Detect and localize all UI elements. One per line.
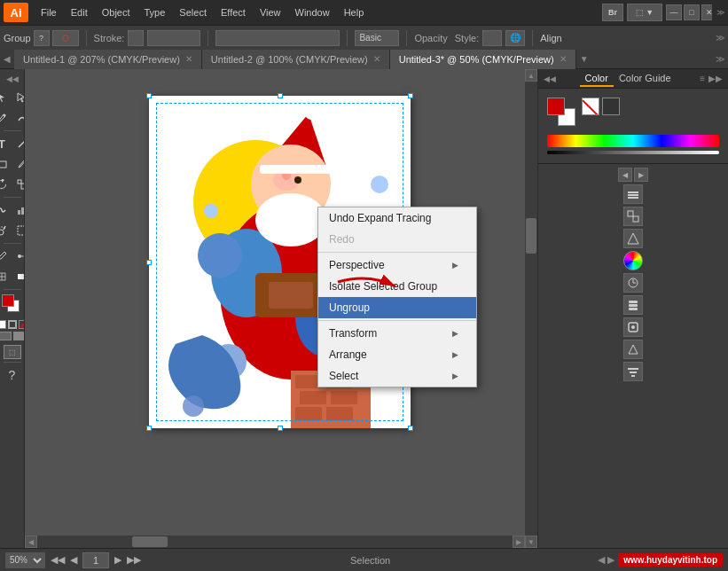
basic-select[interactable]: Basic: [355, 30, 399, 46]
h-scroll-thumb[interactable]: [132, 536, 168, 547]
color-selector[interactable]: [2, 294, 23, 316]
menu-effect[interactable]: Effect: [214, 4, 253, 20]
fg-bg-swatches[interactable]: [547, 98, 575, 126]
menu-file[interactable]: File: [34, 4, 64, 20]
ctx-transform[interactable]: Transform ▶: [318, 323, 476, 344]
curvature-tool[interactable]: [12, 108, 25, 128]
tab-close-1[interactable]: ✕: [185, 54, 192, 64]
black-swatch[interactable]: [602, 98, 620, 115]
type-tool[interactable]: T: [0, 134, 12, 153]
handle-bm[interactable]: [278, 426, 283, 431]
scroll-down-btn[interactable]: ▼: [525, 536, 537, 548]
artboards-btn[interactable]: [623, 207, 643, 226]
bridge-button[interactable]: Br: [602, 4, 623, 21]
mesh-tool[interactable]: [0, 267, 12, 286]
tab-untitled3[interactable]: Untitled-3* @ 50% (CMYK/Preview) ✕: [390, 50, 576, 69]
none-swatch[interactable]: [582, 98, 599, 115]
color-spectrum-bar[interactable]: [547, 135, 719, 147]
warp-tool[interactable]: [0, 200, 12, 220]
stroke-color[interactable]: [128, 30, 144, 46]
nav-next-btn[interactable]: ▶: [113, 554, 123, 566]
color-wheel-btn[interactable]: [623, 251, 643, 270]
group-help[interactable]: ?: [34, 30, 50, 46]
tab-close-2[interactable]: ✕: [373, 54, 380, 64]
page-number[interactable]: 1: [82, 552, 109, 568]
stroke-width[interactable]: [147, 30, 200, 46]
panel-menu-icon[interactable]: ≡: [700, 74, 705, 83]
menu-window[interactable]: Window: [288, 4, 337, 20]
column-graph-tool[interactable]: [12, 200, 25, 220]
transform-panel-btn[interactable]: [623, 229, 643, 248]
ctx-redo[interactable]: Redo: [318, 229, 476, 250]
zoom-select[interactable]: 50% 100% 200%: [5, 552, 45, 568]
pen-tool[interactable]: [0, 108, 12, 128]
layers-btn[interactable]: [623, 184, 643, 204]
tab-scroll-left[interactable]: ◀: [0, 54, 14, 64]
ctx-undo-expand-tracing[interactable]: Undo Expand Tracing: [318, 207, 476, 229]
maximize-button[interactable]: □: [684, 4, 700, 20]
symbol-sprayer-tool[interactable]: [0, 221, 12, 240]
brushes-btn[interactable]: [623, 295, 643, 315]
panel-collapse-toggle[interactable]: ◀◀: [4, 73, 20, 85]
help-tool[interactable]: ?: [3, 365, 22, 385]
ctx-arrange[interactable]: Arrange ▶: [318, 344, 476, 365]
nav-last-btn[interactable]: ▶▶: [125, 554, 143, 566]
panel-toggle[interactable]: ≫: [712, 0, 728, 25]
menu-object[interactable]: Object: [95, 4, 137, 20]
screen-mode[interactable]: ⬚: [4, 345, 21, 359]
blend-tool[interactable]: [12, 246, 25, 266]
ctx-select[interactable]: Select ▶: [318, 365, 476, 387]
appearance-btn[interactable]: [623, 340, 643, 359]
tab-untitled1[interactable]: Untitled-1 @ 207% (CMYK/Preview) ✕: [14, 50, 202, 69]
paintbrush-tool[interactable]: [12, 154, 25, 174]
menu-help[interactable]: Help: [337, 4, 372, 20]
menu-view[interactable]: View: [253, 4, 288, 20]
status-nav-left[interactable]: ◀: [598, 554, 605, 566]
panel-expand-icon[interactable]: ▶▶: [708, 74, 723, 83]
handle-bl[interactable]: [146, 426, 152, 431]
color-tab[interactable]: Color: [580, 71, 614, 87]
nav-prev-btn[interactable]: ◀◀: [49, 554, 67, 566]
handle-tr[interactable]: [408, 93, 413, 98]
style-globe[interactable]: 🌐: [505, 30, 525, 46]
view-mode-1[interactable]: [0, 332, 12, 340]
align-panel-btn[interactable]: [623, 362, 643, 381]
scroll-right-btn[interactable]: ▶: [513, 536, 525, 548]
view-mode-2[interactable]: [13, 332, 26, 340]
panel-collapse-left[interactable]: ◀◀: [544, 74, 556, 83]
rotate-tool[interactable]: [0, 175, 12, 194]
stroke-style[interactable]: [215, 30, 340, 46]
menu-edit[interactable]: Edit: [64, 4, 95, 20]
direct-selection-tool[interactable]: [12, 88, 25, 107]
nav-prev[interactable]: ◀: [618, 168, 632, 182]
tab-untitled2[interactable]: Untitled-2 @ 100% (CMYK/Preview) ✕: [202, 50, 390, 69]
nav-first-btn[interactable]: ◀: [68, 554, 79, 566]
color-slider-track[interactable]: [547, 151, 719, 158]
scroll-left-btn[interactable]: ◀: [25, 536, 37, 548]
line-tool[interactable]: [12, 134, 25, 153]
tab-dropdown[interactable]: ▼: [576, 54, 592, 64]
handle-ml[interactable]: [146, 260, 152, 265]
scroll-thumb[interactable]: [526, 218, 536, 254]
handle-tm[interactable]: [278, 93, 283, 98]
rect-tool[interactable]: [0, 154, 12, 174]
tab-close-3[interactable]: ✕: [560, 54, 567, 64]
menu-type[interactable]: Type: [137, 4, 173, 20]
color-guide-tab[interactable]: Color Guide: [614, 71, 677, 87]
style-color[interactable]: [482, 30, 502, 46]
status-nav-right[interactable]: ▶: [607, 554, 614, 566]
scroll-up-btn[interactable]: ▲: [525, 69, 537, 82]
toolbar-overflow[interactable]: ≫: [716, 33, 724, 43]
tab-scroll-right[interactable]: ≫: [712, 54, 728, 64]
graphic-styles-btn[interactable]: [623, 317, 643, 337]
symbols-btn[interactable]: [623, 273, 643, 293]
menu-select[interactable]: Select: [172, 4, 214, 20]
handle-tl[interactable]: [146, 93, 152, 98]
scale-tool[interactable]: [12, 175, 25, 194]
eyedropper-tool[interactable]: [0, 246, 12, 266]
artboard-tool[interactable]: [12, 221, 25, 240]
group-mode[interactable]: ⬡: [52, 30, 79, 46]
handle-br[interactable]: [408, 426, 413, 431]
nav-next[interactable]: ▶: [634, 168, 648, 182]
gradient-tool[interactable]: [12, 267, 25, 286]
